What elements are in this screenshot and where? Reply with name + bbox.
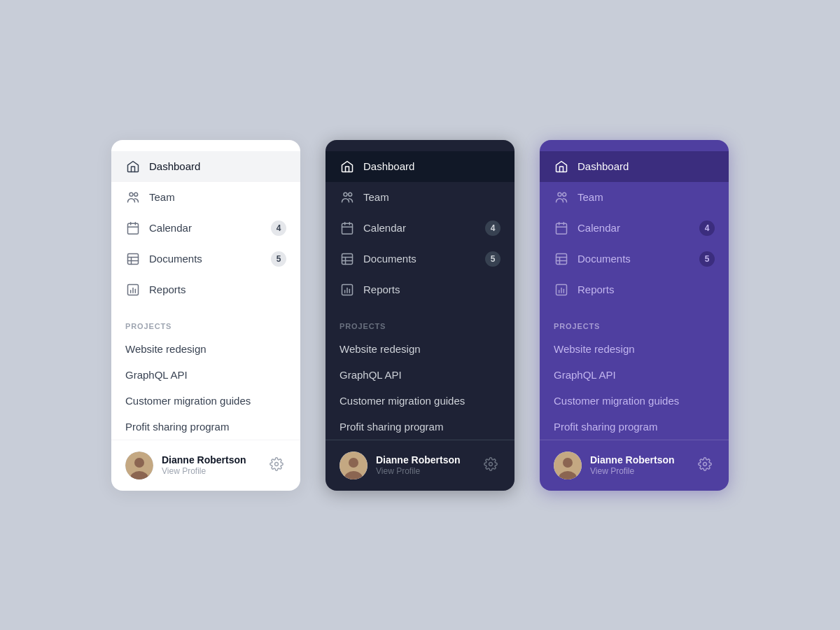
nav-item-reports-dark[interactable]: Reports xyxy=(326,274,514,305)
calendar-badge-purple: 4 xyxy=(699,220,715,236)
user-area-dark: Dianne Robertson View Profile xyxy=(326,440,514,491)
sidebar-purple: Dashboard Team xyxy=(540,140,729,491)
reports-label-purple: Reports xyxy=(578,284,715,295)
settings-button[interactable] xyxy=(267,454,286,477)
project-website-redesign-dark[interactable]: Website redesign xyxy=(326,336,514,362)
nav-item-calendar-purple[interactable]: Calendar 4 xyxy=(540,213,729,244)
calendar-icon-dark xyxy=(340,220,355,236)
projects-section-header-purple: PROJECTS xyxy=(540,308,729,336)
reports-label: Reports xyxy=(149,284,286,295)
project-profit-sharing-dark[interactable]: Profit sharing program xyxy=(326,414,514,440)
nav-item-documents-dark[interactable]: Documents 5 xyxy=(326,244,514,274)
svg-point-0 xyxy=(130,192,133,196)
svg-point-33 xyxy=(349,458,358,468)
svg-rect-2 xyxy=(128,223,139,234)
nav-item-documents[interactable]: Documents 5 xyxy=(111,244,300,274)
svg-rect-38 xyxy=(556,223,567,234)
project-website-redesign[interactable]: Website redesign xyxy=(111,336,300,362)
home-icon-dark xyxy=(340,159,355,174)
team-label-purple: Team xyxy=(578,191,715,203)
reports-icon-purple xyxy=(554,282,569,298)
svg-point-36 xyxy=(558,192,561,196)
documents-label-purple: Documents xyxy=(578,253,691,265)
nav-item-team-dark[interactable]: Team xyxy=(326,182,514,213)
project-customer-migration[interactable]: Customer migration guides xyxy=(111,388,300,414)
project-graphql-api-dark[interactable]: GraphQL API xyxy=(326,362,514,388)
dashboard-label: Dashboard xyxy=(149,160,286,172)
projects-list: Website redesign GraphQL API Customer mi… xyxy=(111,336,300,440)
reports-icon xyxy=(125,282,141,298)
svg-point-51 xyxy=(563,458,573,468)
nav-section-main-purple: Dashboard Team xyxy=(540,148,729,308)
main-container: Dashboard Team xyxy=(83,98,757,533)
svg-point-1 xyxy=(134,192,138,196)
sidebar-light: Dashboard Team xyxy=(111,140,300,491)
projects-section-header: PROJECTS xyxy=(111,308,300,336)
reports-label-dark: Reports xyxy=(363,284,500,295)
settings-button-dark[interactable] xyxy=(481,454,500,477)
user-sub-dark: View Profile xyxy=(376,466,472,476)
nav-item-dashboard-purple[interactable]: Dashboard xyxy=(540,151,729,182)
documents-icon xyxy=(125,251,141,267)
project-graphql-api-purple[interactable]: GraphQL API xyxy=(540,362,729,388)
nav-item-calendar-dark[interactable]: Calendar 4 xyxy=(326,213,514,244)
documents-badge-purple: 5 xyxy=(699,251,715,267)
user-sub-purple: View Profile xyxy=(590,466,687,476)
project-customer-migration-dark[interactable]: Customer migration guides xyxy=(326,388,514,414)
user-name: Dianne Robertson xyxy=(162,454,258,465)
user-sub: View Profile xyxy=(162,466,258,476)
user-area-purple: Dianne Robertson View Profile xyxy=(540,440,729,491)
avatar xyxy=(125,451,153,479)
nav-section-main-dark: Dashboard Team xyxy=(326,148,514,308)
team-icon-purple xyxy=(554,190,569,205)
documents-label: Documents xyxy=(149,253,262,265)
documents-label-dark: Documents xyxy=(363,253,477,265)
team-icon-dark xyxy=(340,190,355,205)
user-name-purple: Dianne Robertson xyxy=(590,454,687,465)
nav-item-dashboard-dark[interactable]: Dashboard xyxy=(326,151,514,182)
dashboard-label-dark: Dashboard xyxy=(363,160,500,172)
project-graphql-api[interactable]: GraphQL API xyxy=(111,362,300,388)
nav-item-reports-purple[interactable]: Reports xyxy=(540,274,729,305)
nav-item-team-purple[interactable]: Team xyxy=(540,182,729,213)
projects-section-header-dark: PROJECTS xyxy=(326,308,514,336)
calendar-badge: 4 xyxy=(271,220,286,236)
dashboard-label-purple: Dashboard xyxy=(578,160,715,172)
svg-rect-20 xyxy=(342,223,353,234)
team-icon xyxy=(125,190,141,205)
avatar-dark xyxy=(340,451,368,479)
calendar-label-purple: Calendar xyxy=(578,222,691,234)
user-info-purple: Dianne Robertson View Profile xyxy=(590,454,687,476)
nav-item-reports[interactable]: Reports xyxy=(111,274,300,305)
nav-item-dashboard[interactable]: Dashboard xyxy=(111,151,300,182)
projects-label-dark: PROJECTS xyxy=(340,322,386,330)
home-icon xyxy=(125,159,141,174)
svg-point-17 xyxy=(275,462,279,465)
nav-item-team[interactable]: Team xyxy=(111,182,300,213)
calendar-label: Calendar xyxy=(149,222,262,234)
user-name-dark: Dianne Robertson xyxy=(376,454,472,465)
project-profit-sharing[interactable]: Profit sharing program xyxy=(111,414,300,440)
user-info: Dianne Robertson View Profile xyxy=(162,454,258,476)
calendar-icon-purple xyxy=(554,220,569,236)
projects-list-dark: Website redesign GraphQL API Customer mi… xyxy=(326,336,514,440)
project-website-redesign-purple[interactable]: Website redesign xyxy=(540,336,729,362)
svg-point-15 xyxy=(134,458,144,468)
svg-rect-6 xyxy=(128,253,139,264)
settings-button-purple[interactable] xyxy=(695,454,715,477)
documents-badge-dark: 5 xyxy=(485,251,500,267)
calendar-icon xyxy=(125,220,141,236)
sidebar-dark: Dashboard Team xyxy=(326,140,514,491)
svg-point-37 xyxy=(563,192,566,196)
project-profit-sharing-purple[interactable]: Profit sharing program xyxy=(540,414,729,440)
project-customer-migration-purple[interactable]: Customer migration guides xyxy=(540,388,729,414)
svg-point-18 xyxy=(344,192,347,196)
user-info-dark: Dianne Robertson View Profile xyxy=(376,454,472,476)
nav-item-calendar[interactable]: Calendar 4 xyxy=(111,213,300,244)
home-icon-purple xyxy=(554,159,569,174)
nav-item-documents-purple[interactable]: Documents 5 xyxy=(540,244,729,274)
documents-icon-purple xyxy=(554,251,569,267)
projects-label: PROJECTS xyxy=(125,322,172,330)
reports-icon-dark xyxy=(340,282,355,298)
svg-point-53 xyxy=(704,462,707,465)
